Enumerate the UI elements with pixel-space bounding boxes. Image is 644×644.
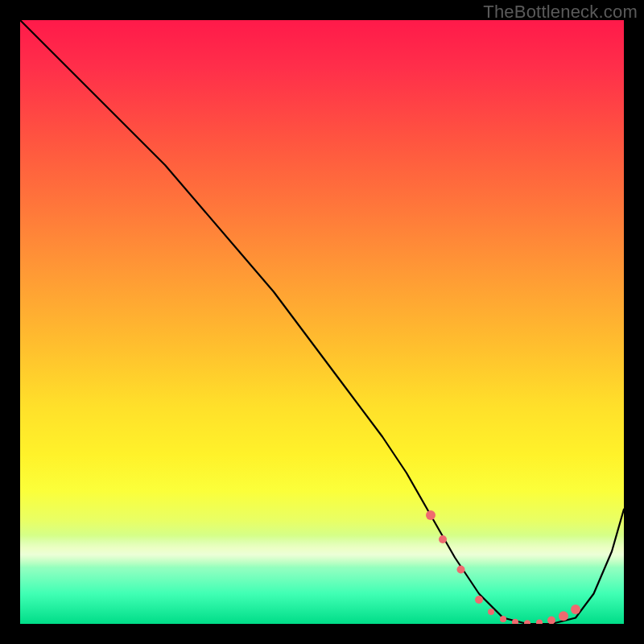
marker-point	[571, 605, 580, 614]
watermark-text: TheBottleneck.com	[483, 2, 638, 23]
marker-point	[426, 510, 436, 520]
marker-point	[536, 620, 543, 625]
plot-area	[20, 20, 624, 624]
chart-frame: TheBottleneck.com	[0, 0, 644, 644]
marker-point	[500, 616, 506, 622]
marker-point	[488, 609, 494, 615]
chart-svg	[20, 20, 624, 624]
marker-point	[439, 535, 447, 543]
marker-point	[559, 611, 568, 621]
marker-point	[475, 596, 483, 604]
marker-point	[457, 566, 465, 574]
marker-point	[547, 617, 555, 625]
bottleneck-curve	[20, 20, 624, 624]
marker-point	[524, 620, 530, 624]
optimal-zone-markers	[426, 510, 580, 624]
